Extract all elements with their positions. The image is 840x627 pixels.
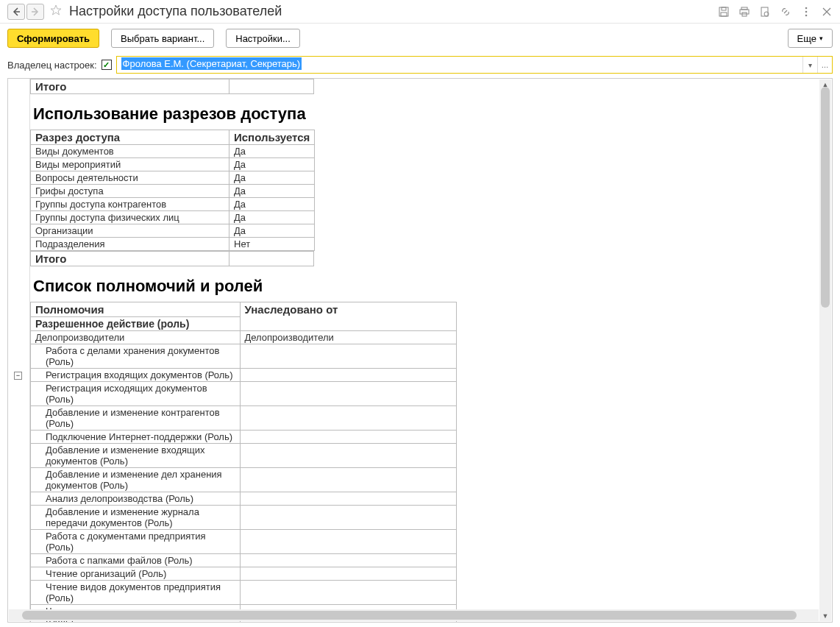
role-inherited [240, 554, 456, 567]
scrollbar-vertical[interactable]: ▲ ▼ [819, 79, 831, 621]
inherited-from: Делопроизводители [240, 331, 456, 344]
table-row: Добавление и изменение контрагентов (Рол… [31, 406, 457, 431]
role-inherited [240, 506, 456, 530]
dimension-name: Организации [31, 224, 229, 238]
role-name: Добавление и изменение дел хранения доку… [31, 468, 241, 492]
role-name: Добавление и изменение входящих документ… [31, 444, 241, 468]
table-row: Грифы доступаДа [31, 185, 315, 198]
favorite-star-icon[interactable] [50, 4, 62, 18]
dimension-name: Грифы доступа [31, 185, 229, 198]
back-button[interactable] [7, 4, 25, 20]
role-name: Чтение организаций (Роль) [31, 567, 241, 581]
role-name: Работа с документами предприятия (Роль) [31, 530, 241, 554]
more-button[interactable]: Еще [788, 29, 833, 48]
table-row: Виды мероприятийДа [31, 158, 315, 171]
table-row: Добавление и изменение дел хранения доку… [31, 468, 457, 492]
titlebar: Настройки доступа пользователей [0, 0, 840, 24]
svg-point-12 [805, 14, 808, 16]
table-row: Чтение организаций (Роль) [31, 567, 457, 581]
dimension-name: Группы доступа контрагентов [31, 198, 229, 211]
scrollbar-horizontal[interactable] [9, 609, 819, 621]
svg-rect-3 [722, 7, 726, 10]
dimension-used: Да [229, 171, 315, 185]
owner-label: Владелец настроек: [7, 60, 97, 71]
mid-total-table: Итого [30, 251, 314, 266]
print-icon[interactable] [738, 6, 750, 18]
role-inherited [240, 581, 456, 605]
generate-button[interactable]: Сформировать [7, 29, 99, 48]
owner-checkbox[interactable]: ✓ [102, 60, 112, 70]
owner-select-icon[interactable]: … [817, 57, 832, 73]
report-content: Итого Использование разрезов доступа Раз… [30, 79, 832, 623]
owner-dropdown-icon[interactable]: ▾ [802, 57, 817, 73]
dimension-name: Подразделения [31, 238, 229, 251]
role-inherited [240, 567, 456, 581]
col-inherited: Унаследовано от [240, 302, 456, 331]
svg-rect-4 [721, 13, 727, 16]
preview-icon[interactable] [759, 6, 771, 18]
more-menu-icon[interactable] [800, 6, 812, 18]
dimension-used: Да [229, 211, 315, 224]
choose-variant-button[interactable]: Выбрать вариант... [111, 29, 214, 48]
role-inherited [240, 344, 456, 369]
col-action: Разрешенное действие (роль) [31, 317, 241, 331]
role-name: Чтение видов документов предприятия (Рол… [31, 581, 241, 605]
role-inherited [240, 492, 456, 506]
page-title: Настройки доступа пользователей [69, 4, 718, 19]
table-row: Виды документовДа [31, 145, 315, 158]
dimension-used: Да [229, 145, 315, 158]
section-roles-title: Список полномочий и ролей [30, 266, 832, 302]
dimension-used: Да [229, 198, 315, 211]
dimension-name: Вопросы деятельности [31, 171, 229, 185]
roles-table: Полномочия Унаследовано от Разрешенное д… [30, 302, 457, 623]
total-cell: Итого [31, 79, 229, 94]
table-row: Чтение видов документов предприятия (Рол… [31, 581, 457, 605]
access-dimensions-table: Разрез доступа Используется Виды докумен… [30, 130, 315, 251]
forward-button[interactable] [26, 4, 44, 20]
tree-collapse-toggle[interactable]: − [14, 372, 22, 380]
owner-value: Фролова Е.М. (Секретариат, Секретарь) [121, 57, 302, 70]
role-inherited [240, 468, 456, 492]
dimension-name: Виды документов [31, 145, 229, 158]
close-icon[interactable] [821, 6, 833, 18]
table-row: Анализ делопроизводства (Роль) [31, 492, 457, 506]
tree-gutter: − [8, 79, 30, 623]
svg-rect-6 [740, 10, 749, 14]
total-cell: Итого [31, 252, 229, 266]
svg-point-10 [805, 7, 808, 9]
table-row: Работа с делами хранения документов (Рол… [31, 344, 457, 369]
permission-parent: Делопроизводители [31, 331, 241, 344]
toolbar: Сформировать Выбрать вариант... Настройк… [0, 24, 840, 53]
col-used: Используется [229, 130, 315, 145]
report-area: − Итого Использование разрезов доступа Р… [7, 78, 833, 623]
role-name: Работа с делами хранения документов (Рол… [31, 344, 241, 369]
svg-point-11 [805, 10, 808, 13]
save-icon[interactable] [718, 6, 730, 18]
role-inherited [240, 369, 456, 382]
top-total-table: Итого [30, 79, 314, 94]
dimension-used: Да [229, 224, 315, 238]
owner-input[interactable]: Фролова Е.М. (Секретариат, Секретарь) ▾ … [116, 56, 833, 74]
table-row: ОрганизацииДа [31, 224, 315, 238]
table-row: Вопросы деятельностиДа [31, 171, 315, 185]
table-row: Группы доступа физических лицДа [31, 211, 315, 224]
col-dimension: Разрез доступа [31, 130, 229, 145]
role-inherited [240, 444, 456, 468]
role-inherited [240, 382, 456, 406]
link-icon[interactable] [780, 6, 791, 18]
table-row: Добавление и изменение журнала передачи … [31, 506, 457, 530]
role-inherited [240, 406, 456, 431]
scroll-down-icon[interactable]: ▼ [822, 612, 829, 620]
role-name: Добавление и изменение контрагентов (Рол… [31, 406, 241, 431]
scrollbar-thumb-h[interactable] [22, 611, 797, 620]
table-row: Добавление и изменение входящих документ… [31, 444, 457, 468]
table-row: Регистрация входящих документов (Роль) [31, 369, 457, 382]
settings-button[interactable]: Настройки... [226, 29, 300, 48]
table-row: Регистрация исходящих документов (Роль) [31, 382, 457, 406]
section-access-title: Использование разрезов доступа [30, 94, 832, 130]
scrollbar-thumb[interactable] [821, 87, 830, 308]
dimension-used: Да [229, 158, 315, 171]
role-inherited [240, 530, 456, 554]
table-row: Работа с документами предприятия (Роль) [31, 530, 457, 554]
role-name: Регистрация входящих документов (Роль) [31, 369, 241, 382]
